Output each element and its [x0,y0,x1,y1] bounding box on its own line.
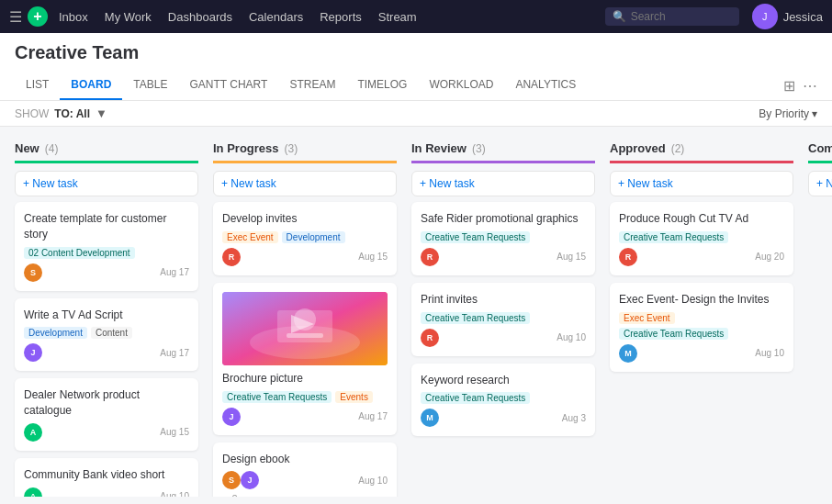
filter-icon[interactable]: ▼ [96,106,107,120]
task-card[interactable]: Write a TV Ad ScriptDevelopmentContentJA… [15,298,198,372]
card-tag: Content [91,327,132,339]
nav-inbox[interactable]: Inbox [59,10,88,24]
avatar: R [619,248,637,266]
card-title: Exec Event- Design the Invites [619,292,784,308]
task-card[interactable]: Safe Rider promotional graphicsCreative … [411,202,595,275]
svg-rect-4 [287,333,323,338]
column-header-in-review: In Review (3) [411,141,595,163]
user-name: Jessica [783,10,823,24]
column-in-review: In Review (3)+ New taskSafe Rider promot… [411,141,595,482]
task-card[interactable]: Dealer Network product catalogueAAug 15 [15,378,198,451]
card-tag: Creative Team Requests [421,392,530,404]
new-task-button-completed[interactable]: + New task [808,171,832,196]
card-title: Write a TV Ad Script [24,308,189,323]
card-image [222,292,388,365]
task-card[interactable]: Exec Event- Design the InvitesExec Event… [610,283,793,372]
card-footer: MAug 10 [619,344,784,363]
new-task-button-approved[interactable]: + New task [610,171,793,196]
card-footer: MAug 3 [421,409,586,427]
card-title: Dealer Network product catalogue [24,387,189,419]
search-bar[interactable]: 🔍 [605,7,739,26]
card-title: Produce Rough Cut TV Ad [619,211,784,227]
card-tags: Creative Team Requests [421,392,586,404]
avatar[interactable]: J [752,4,778,29]
task-card[interactable]: Community Bank video shortAAug 10 [15,458,198,497]
task-card[interactable]: Design ebookSJAug 10 ≡ 2 [213,442,397,497]
card-date: Aug 10 [160,491,189,497]
nav-items: Inbox My Work Dashboards Calendars Repor… [59,10,417,24]
sort-button[interactable]: By Priority ▾ [759,107,817,120]
new-task-button-new[interactable]: + New task [15,171,198,196]
page-title: Creative Team [15,42,817,71]
tab-list[interactable]: LIST [15,71,60,100]
more-options-icon[interactable]: ⋯ [803,77,817,95]
nav-mywork[interactable]: My Work [105,10,152,24]
column-title: New [15,141,39,155]
tab-gantt[interactable]: GANTT CHART [178,71,278,100]
avatar: M [421,409,439,427]
task-card[interactable]: Produce Rough Cut TV AdCreative Team Req… [610,202,793,275]
card-footer: SAug 17 [24,263,189,282]
card-tag: Creative Team Requests [619,328,728,340]
card-date: Aug 17 [160,348,189,358]
tab-workload[interactable]: WORKLOAD [418,71,504,100]
card-tags: Creative Team Requests [421,231,586,243]
subtask-count: 2 [231,493,237,497]
task-card[interactable]: Print invitesCreative Team RequestsRAug … [411,283,595,356]
card-title: Safe Rider promotional graphics [421,211,586,227]
nav-reports[interactable]: Reports [320,10,362,24]
task-card[interactable]: Keyword researchCreative Team RequestsMA… [411,364,595,437]
grid-icon[interactable]: ⊞ [783,77,795,95]
column-title: Completed [808,141,832,155]
card-date: Aug 17 [160,267,189,277]
avatar: S [222,471,241,489]
avatar: R [222,248,241,266]
card-date: Aug 20 [755,252,784,262]
card-tag: Development [282,231,345,243]
task-card[interactable]: Develop invitesExec EventDevelopmentRAug… [213,202,397,275]
card-tag: Creative Team Requests [421,312,530,324]
column-header-completed: Completed (0) [808,141,832,163]
column-count: (4) [45,142,59,155]
board: New (4)+ New taskCreate template for cus… [0,127,832,497]
tab-timelog[interactable]: TIMELOG [346,71,418,100]
card-title: Create template for customer story [24,211,189,242]
tab-board[interactable]: BOARD [60,71,122,100]
tab-analytics[interactable]: ANALYTICS [504,71,587,100]
card-tags: 02 Content Development [24,247,189,259]
tab-stream[interactable]: STREAM [278,71,346,100]
card-tags: Creative Team Requests [421,312,586,324]
card-title: Keyword research [421,373,586,388]
new-task-button-in-review[interactable]: + New task [411,171,595,196]
column-header-new: New (4) [15,141,198,163]
card-tag: Exec Event [222,231,278,243]
nav-calendars[interactable]: Calendars [249,10,303,24]
hamburger-icon[interactable]: ☰ [9,8,22,26]
column-in-progress: In Progress (3)+ New taskDevelop invites… [213,141,397,482]
card-date: Aug 17 [358,411,388,421]
card-footer: JAug 17 [24,343,189,362]
card-tags: DevelopmentContent [24,327,189,339]
avatar: M [619,344,637,363]
task-card[interactable]: Create template for customer story02 Con… [15,202,198,291]
nav-stream[interactable]: Stream [378,10,417,24]
card-title: Print invites [421,292,586,308]
card-tag: Creative Team Requests [619,231,728,243]
new-task-button-in-progress[interactable]: + New task [213,171,397,196]
column-count: (2) [671,142,685,155]
column-completed: Completed (0)+ New task [808,141,832,482]
search-input[interactable] [631,10,732,23]
show-label: SHOW [15,107,49,120]
task-card[interactable]: Brochure pictureCreative Team RequestsEv… [213,283,397,435]
column-header-approved: Approved (2) [610,141,793,163]
search-icon: 🔍 [613,10,626,23]
tab-table[interactable]: TABLE [122,71,178,100]
filter-left: SHOW TO: All ▼ [15,106,107,120]
avatar: A [24,487,42,497]
card-footer: RAug 10 [421,329,586,347]
card-title: Develop invites [222,211,388,227]
new-item-button[interactable]: + [28,6,48,27]
filter-value[interactable]: TO: All [54,107,90,120]
nav-dashboards[interactable]: Dashboards [168,10,232,24]
view-tabs: LIST BOARD TABLE GANTT CHART STREAM TIME… [15,71,817,100]
